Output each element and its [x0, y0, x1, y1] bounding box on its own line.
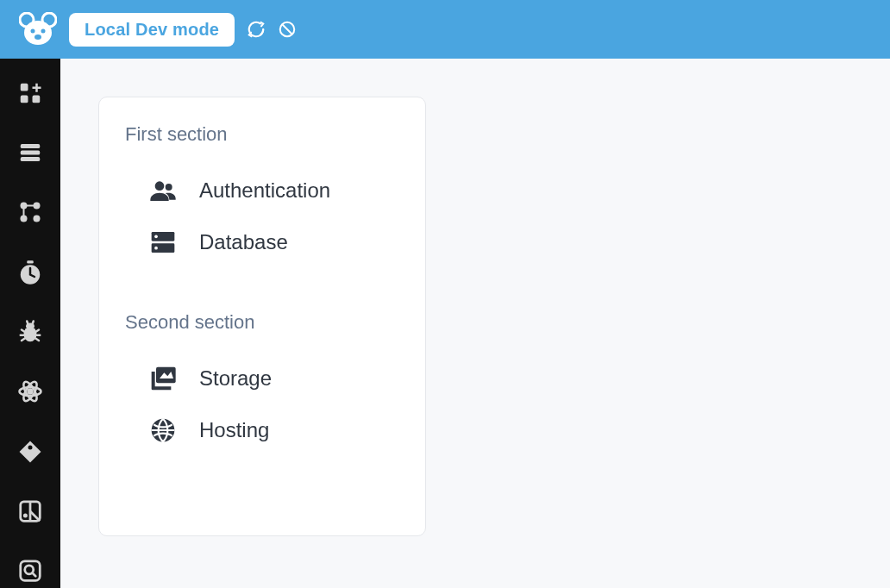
svg-point-38 — [23, 513, 28, 517]
app-logo — [19, 12, 57, 47]
mode-badge[interactable]: Local Dev mode — [69, 13, 235, 47]
svg-line-24 — [22, 329, 25, 332]
entry-label: Database — [199, 230, 288, 254]
people-icon — [149, 177, 177, 204]
sidebar — [0, 59, 60, 588]
svg-point-3 — [31, 29, 35, 34]
refresh-icon[interactable] — [247, 20, 266, 39]
entry-hosting[interactable]: Hosting — [125, 404, 399, 456]
sidebar-tag[interactable] — [13, 435, 47, 468]
navigation-card: First section Authentication — [98, 97, 426, 536]
entry-database[interactable]: Database — [125, 216, 399, 268]
entry-label: Hosting — [199, 418, 269, 442]
header-bar: Local Dev mode — [0, 0, 890, 59]
entry-storage[interactable]: Storage — [125, 353, 399, 404]
svg-point-5 — [34, 34, 41, 40]
svg-rect-20 — [27, 260, 34, 263]
svg-point-17 — [34, 216, 41, 222]
svg-rect-11 — [21, 144, 41, 148]
sidebar-widgets[interactable] — [13, 76, 47, 109]
collections-icon — [149, 365, 177, 392]
svg-line-41 — [33, 573, 36, 577]
svg-rect-12 — [21, 150, 41, 154]
svg-line-7 — [283, 25, 292, 34]
block-icon[interactable] — [278, 20, 297, 39]
svg-point-35 — [28, 390, 33, 394]
sidebar-timer[interactable] — [13, 255, 47, 289]
svg-point-47 — [154, 247, 158, 250]
svg-rect-19 — [23, 208, 25, 216]
entry-authentication[interactable]: Authentication — [125, 165, 399, 216]
svg-point-36 — [28, 445, 33, 449]
svg-rect-13 — [21, 157, 41, 161]
section-title: First section — [125, 123, 399, 146]
svg-rect-8 — [21, 83, 28, 91]
svg-point-42 — [155, 181, 165, 191]
main-content: First section Authentication — [60, 59, 890, 588]
globe-icon — [149, 416, 177, 444]
section-second: Second section Storage — [125, 311, 399, 456]
storage-icon — [149, 228, 177, 256]
svg-point-43 — [166, 184, 172, 191]
svg-rect-9 — [21, 95, 28, 103]
svg-rect-39 — [21, 561, 41, 581]
sidebar-graph[interactable] — [13, 196, 47, 229]
section-title: Second section — [125, 311, 399, 334]
svg-point-4 — [41, 29, 46, 34]
svg-line-31 — [33, 321, 34, 324]
svg-rect-10 — [33, 95, 41, 103]
svg-point-2 — [24, 21, 52, 45]
sidebar-bug[interactable] — [13, 315, 47, 348]
entry-label: Authentication — [199, 178, 330, 203]
svg-line-30 — [27, 321, 28, 324]
entry-label: Storage — [199, 366, 272, 391]
svg-rect-18 — [26, 205, 34, 207]
sidebar-search[interactable] — [13, 554, 47, 588]
sidebar-palette[interactable] — [13, 494, 47, 528]
svg-line-29 — [35, 338, 39, 341]
section-first: First section Authentication — [125, 123, 399, 268]
svg-line-28 — [22, 338, 25, 341]
sidebar-list[interactable] — [13, 135, 47, 169]
sidebar-atom[interactable] — [13, 375, 47, 409]
svg-line-25 — [35, 329, 39, 332]
svg-point-46 — [154, 235, 158, 238]
